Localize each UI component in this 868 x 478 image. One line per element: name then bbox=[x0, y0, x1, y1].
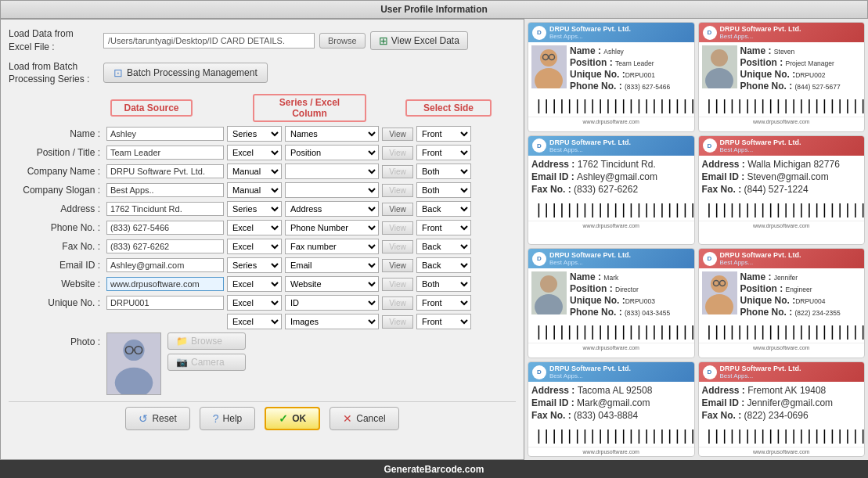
side-select[interactable]: Front Back Both bbox=[416, 257, 471, 273]
side-select[interactable]: Front Back Both bbox=[416, 145, 471, 160]
view-small-button[interactable]: View bbox=[382, 146, 413, 160]
series-select[interactable]: ID bbox=[285, 295, 379, 311]
card-company: DRPU Software Pvt. Ltd. bbox=[720, 138, 801, 146]
card-back: Address : Fremont AK 19408 Email ID : Je… bbox=[699, 382, 865, 426]
file-path-input[interactable] bbox=[103, 33, 315, 49]
card-slogan: Best Apps... bbox=[549, 259, 631, 266]
view-small-button[interactable]: View bbox=[382, 315, 413, 329]
reset-button[interactable]: ↺ Reset bbox=[125, 407, 189, 430]
field-value[interactable] bbox=[106, 127, 224, 141]
card-back: Address : Walla Michigan 82776 Email ID … bbox=[699, 156, 865, 199]
card-footer: www.drpusoftware.com bbox=[699, 343, 865, 352]
field-value[interactable] bbox=[106, 258, 224, 272]
field-value[interactable] bbox=[106, 164, 224, 178]
card-phone-row: Phone No. : (833) 043-3455 bbox=[570, 307, 691, 318]
data-source-header: Data Source bbox=[110, 99, 193, 117]
side-select[interactable]: Front Back Both bbox=[416, 182, 471, 198]
view-small-button[interactable]: View bbox=[382, 203, 413, 216]
card-unique-row: Unique No. :DRPU003 bbox=[570, 295, 691, 306]
view-excel-button[interactable]: ⊞ View Excel Data bbox=[370, 31, 468, 50]
datasource-select[interactable]: Series Excel Manual bbox=[227, 164, 282, 179]
view-small-button[interactable]: View bbox=[382, 165, 413, 178]
cancel-button[interactable]: ✕ Cancel bbox=[330, 407, 398, 430]
cancel-icon: ✕ bbox=[343, 412, 352, 425]
view-small-button[interactable]: View bbox=[382, 297, 413, 310]
card-fax-row: Fax No. : (833) 043-8884 bbox=[531, 410, 691, 421]
camera-button[interactable]: 📷 Camera bbox=[167, 354, 246, 371]
field-value[interactable] bbox=[106, 221, 224, 235]
side-select[interactable]: Front Back Both bbox=[416, 239, 471, 254]
barcode: ||||||||||||||||||||||||||||||||||| bbox=[702, 95, 866, 115]
photo-preview bbox=[106, 332, 161, 395]
title-bar: User Profile Information bbox=[0, 0, 868, 19]
field-value[interactable] bbox=[106, 296, 224, 310]
card-company: DRPU Software Pvt. Ltd. bbox=[720, 365, 801, 372]
series-select[interactable] bbox=[285, 182, 379, 198]
datasource-select[interactable]: Series Excel Manual bbox=[227, 314, 282, 329]
view-small-button[interactable]: View bbox=[382, 259, 413, 272]
card-address-row: Address : Tacoma AL 92508 bbox=[531, 385, 691, 396]
datasource-select[interactable]: Series Excel Manual bbox=[227, 239, 282, 254]
side-select[interactable]: Front Back Both bbox=[416, 314, 471, 329]
form-row: Email ID : Series Excel Manual Email Vie… bbox=[9, 257, 516, 273]
series-select[interactable]: Phone Number bbox=[285, 220, 379, 235]
side-select[interactable]: Front Back Both bbox=[416, 126, 471, 142]
field-value[interactable] bbox=[106, 239, 224, 253]
side-select[interactable]: Front Back Both bbox=[416, 220, 471, 235]
datasource-select[interactable]: Series Excel Manual bbox=[227, 220, 282, 235]
datasource-select[interactable]: Series Excel Manual bbox=[227, 182, 282, 198]
barcode: ||||||||||||||||||||||||||||||||||| bbox=[531, 426, 695, 445]
series-select[interactable]: Names bbox=[285, 126, 379, 142]
series-select[interactable] bbox=[285, 164, 379, 179]
card-footer: www.drpusoftware.com bbox=[528, 221, 694, 230]
browse-photo-icon: 📁 bbox=[176, 336, 188, 347]
series-header: Series / Excel Column bbox=[253, 94, 366, 122]
browse-photo-button[interactable]: 📁 Browse bbox=[167, 332, 246, 350]
column-headers: Data Source Series / Excel Column Select… bbox=[9, 94, 516, 122]
series-select[interactable]: Email bbox=[285, 257, 379, 273]
field-value[interactable] bbox=[106, 277, 224, 291]
view-small-button[interactable]: View bbox=[382, 184, 413, 197]
card-photo bbox=[702, 45, 737, 88]
series-select[interactable]: Images bbox=[285, 314, 379, 329]
series-select[interactable]: Fax number bbox=[285, 239, 379, 254]
series-select[interactable]: Position bbox=[285, 145, 379, 160]
side-select[interactable]: Front Back Both bbox=[416, 201, 471, 217]
view-small-button[interactable]: View bbox=[382, 240, 413, 253]
barcode: ||||||||||||||||||||||||||||||||||| bbox=[531, 322, 695, 341]
card-phone-row: Phone No. : (822) 234-2355 bbox=[740, 307, 862, 318]
side-select[interactable]: Front Back Both bbox=[416, 295, 471, 311]
card-name-row: Name : Steven bbox=[740, 45, 862, 56]
series-select[interactable]: Website bbox=[285, 276, 379, 292]
ok-button[interactable]: ✓ OK bbox=[265, 407, 320, 430]
batch-row: Load from BatchProcessing Series : ⊡ Bat… bbox=[9, 60, 516, 87]
view-small-button[interactable]: View bbox=[382, 128, 413, 141]
id-card: D DRPU Software Pvt. Ltd. Best Apps... N… bbox=[528, 22, 695, 132]
datasource-select[interactable]: Series Excel Manual bbox=[227, 257, 282, 273]
card-header: D DRPU Software Pvt. Ltd. Best Apps... bbox=[528, 249, 694, 268]
datasource-select[interactable]: Series Excel Manual bbox=[227, 201, 282, 217]
field-value[interactable] bbox=[106, 202, 224, 216]
bottom-buttons: ↺ Reset ? Help ✓ OK ✕ Cancel bbox=[9, 401, 516, 430]
side-select[interactable]: Front Back Both bbox=[416, 164, 471, 179]
card-header: D DRPU Software Pvt. Ltd. Best Apps... bbox=[699, 23, 865, 42]
field-label: Company Slogan : bbox=[9, 185, 106, 196]
datasource-select[interactable]: Series Excel Manual bbox=[227, 145, 282, 160]
card-company: DRPU Software Pvt. Ltd. bbox=[549, 365, 631, 372]
datasource-select[interactable]: Series Excel Manual bbox=[227, 295, 282, 311]
datasource-select[interactable]: Series Excel Manual bbox=[227, 126, 282, 142]
series-select[interactable]: Address bbox=[285, 201, 379, 217]
field-label: Fax No. : bbox=[9, 241, 106, 252]
card-company: DRPU Software Pvt. Ltd. bbox=[720, 251, 801, 259]
help-button[interactable]: ? Help bbox=[200, 407, 255, 430]
form-row: Phone No. : Series Excel Manual Phone Nu… bbox=[9, 220, 516, 235]
browse-button[interactable]: Browse bbox=[319, 33, 366, 49]
field-value[interactable] bbox=[106, 146, 224, 160]
datasource-select[interactable]: Series Excel Manual bbox=[227, 276, 282, 292]
view-small-button[interactable]: View bbox=[382, 278, 413, 291]
batch-processing-button[interactable]: ⊡ Batch Processing Management bbox=[103, 63, 268, 83]
field-label: Phone No. : bbox=[9, 222, 106, 233]
side-select[interactable]: Front Back Both bbox=[416, 276, 471, 292]
field-value[interactable] bbox=[106, 183, 224, 197]
view-small-button[interactable]: View bbox=[382, 221, 413, 235]
